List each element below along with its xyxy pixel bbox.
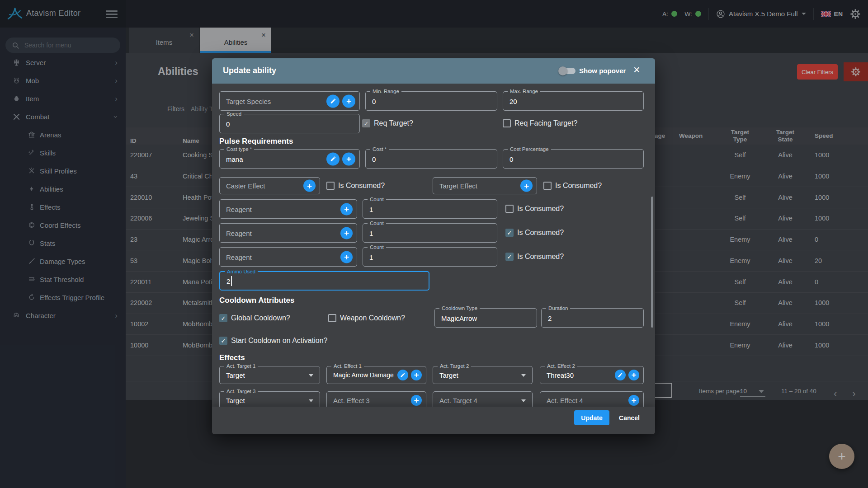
reagent-consumed-row-2: ✓ Is Consumed? (505, 229, 564, 237)
start-cooldown-checkbox[interactable]: ✓ (219, 337, 227, 345)
reagent-select-3[interactable]: Reagent + (219, 247, 357, 267)
cooldown-type-field[interactable]: Cooldown Type MagicArrow (434, 308, 537, 328)
global-cooldown-row: ✓ Global Cooldown? (219, 314, 290, 322)
caster-is-consumed-checkbox[interactable]: ✓ (326, 182, 335, 190)
max-range-field[interactable]: Max. Range 20 (503, 91, 644, 111)
speed-field[interactable]: Speed 0 (219, 114, 360, 133)
chevron-down-icon (521, 374, 526, 377)
chevron-down-icon (521, 399, 526, 402)
update-ability-modal: Update ability Show popover × Target Spe… (212, 58, 655, 434)
reagent-select-1[interactable]: Reagent + (219, 199, 357, 219)
act-target-3-select[interactable]: Act. Target 3 Target (219, 391, 320, 407)
chevron-down-icon (309, 399, 313, 402)
edit-act-effect-1-button[interactable] (397, 370, 408, 380)
add-reagent-button[interactable]: + (340, 251, 353, 263)
modal-header: Update ability Show popover × (212, 58, 655, 84)
add-act-effect-3-button[interactable]: + (411, 395, 422, 406)
modal-close-icon[interactable]: × (633, 64, 640, 75)
edit-act-effect-2-button[interactable] (615, 370, 626, 380)
reagent-is-consumed-checkbox-1[interactable]: ✓ (505, 205, 514, 213)
modal-title: Update ability (223, 66, 276, 75)
pencil-icon (618, 372, 623, 378)
req-facing-target-checkbox[interactable]: ✓ (503, 119, 511, 127)
caster-effect-select[interactable]: Caster Effect + (219, 177, 320, 194)
add-act-effect-4-button[interactable]: + (628, 395, 639, 406)
app-root: Atavism Editor A: W: Atavism X.5 Demo Fu… (0, 0, 868, 488)
update-button[interactable]: Update (574, 410, 609, 425)
pencil-icon (330, 98, 336, 104)
target-effect-select[interactable]: Target Effect + (433, 177, 537, 194)
duration-field[interactable]: Duration 2 (541, 308, 644, 328)
act-target-2-select[interactable]: Act. Target 2 Target (433, 366, 533, 384)
act-effect-3-select[interactable]: Act. Effect 3 + (326, 391, 426, 407)
cost-percentage-field[interactable]: Cost Percentage 0 (503, 149, 644, 169)
add-target-species-button[interactable]: + (342, 94, 355, 108)
add-cost-type-button[interactable]: + (342, 152, 355, 165)
caster-consumed-row: ✓ Is Consumed? (326, 182, 385, 190)
add-target-effect-button[interactable]: + (520, 180, 533, 192)
cooldown-attributes-heading: Cooldown Attributes (219, 296, 295, 305)
effects-heading: Effects (219, 353, 245, 362)
add-reagent-button[interactable]: + (340, 227, 353, 239)
pencil-icon (330, 156, 336, 162)
cost-field[interactable]: Cost * 0 (365, 149, 497, 169)
edit-cost-type-button[interactable] (326, 152, 340, 165)
target-species-select[interactable]: Target Species + (219, 91, 360, 111)
add-caster-effect-button[interactable]: + (303, 180, 316, 192)
add-act-effect-2-button[interactable]: + (628, 370, 639, 380)
chevron-down-icon (309, 374, 313, 377)
target-is-consumed-checkbox[interactable]: ✓ (543, 182, 552, 190)
reagent-count-field-1[interactable]: Count 1 (363, 199, 497, 219)
req-target-checkbox[interactable]: ✓ (362, 119, 370, 127)
text-cursor (231, 276, 232, 286)
min-range-field[interactable]: Min. Range 0 (365, 91, 497, 111)
start-cooldown-row: ✓ Start Cooldown on Activation? (219, 337, 327, 345)
reagent-consumed-row-3: ✓ Is Consumed? (505, 253, 564, 261)
weapon-cooldown-checkbox[interactable]: ✓ (328, 314, 336, 322)
reagent-count-field-3[interactable]: Count 1 (363, 247, 497, 267)
modal-scrollbar[interactable] (651, 197, 653, 328)
target-species-placeholder: Target Species (226, 97, 271, 105)
global-cooldown-checkbox[interactable]: ✓ (219, 314, 227, 322)
act-effect-4-select[interactable]: Act. Effect 4 + (540, 391, 644, 407)
req-target-checkbox-row: ✓ Req Target? (362, 119, 413, 127)
act-effect-1-select[interactable]: Act. Effect 1 Magic Arrow Damage + (326, 366, 426, 384)
show-popover-label: Show popover (579, 67, 626, 75)
pulse-requirements-heading: Pulse Requirements (219, 137, 293, 146)
show-popover-toggle[interactable] (559, 68, 576, 74)
target-consumed-row: ✓ Is Consumed? (543, 182, 602, 190)
modal-footer: Update Cancel (212, 407, 655, 434)
toggle-knob (558, 66, 567, 75)
reagent-select-2[interactable]: Reagent + (219, 223, 357, 243)
req-facing-checkbox-row: ✓ Req Facing Target? (503, 119, 577, 127)
reagent-count-field-2[interactable]: Count 1 (363, 223, 497, 243)
modal-body: Target Species + Min. Range 0 Max. Range… (212, 84, 655, 407)
edit-target-species-button[interactable] (326, 94, 340, 108)
reagent-is-consumed-checkbox-2[interactable]: ✓ (505, 229, 514, 237)
pencil-icon (400, 372, 406, 378)
act-target-1-select[interactable]: Act. Target 1 Target (219, 366, 320, 384)
weapon-cooldown-row: ✓ Weapon Cooldown? (328, 314, 405, 322)
add-act-effect-1-button[interactable]: + (411, 370, 422, 380)
cancel-button[interactable]: Cancel (614, 410, 645, 425)
ammo-used-field[interactable]: Ammo Used 2 (219, 271, 429, 291)
cost-type-select[interactable]: Cost type * mana + (219, 149, 360, 169)
reagent-is-consumed-checkbox-3[interactable]: ✓ (505, 253, 514, 261)
act-target-4-select[interactable]: Act. Target 4 (433, 391, 533, 407)
act-effect-2-select[interactable]: Act. Effect 2 Threat30 + (540, 366, 644, 384)
reagent-consumed-row-1: ✓ Is Consumed? (505, 205, 564, 213)
add-reagent-button[interactable]: + (340, 203, 353, 215)
